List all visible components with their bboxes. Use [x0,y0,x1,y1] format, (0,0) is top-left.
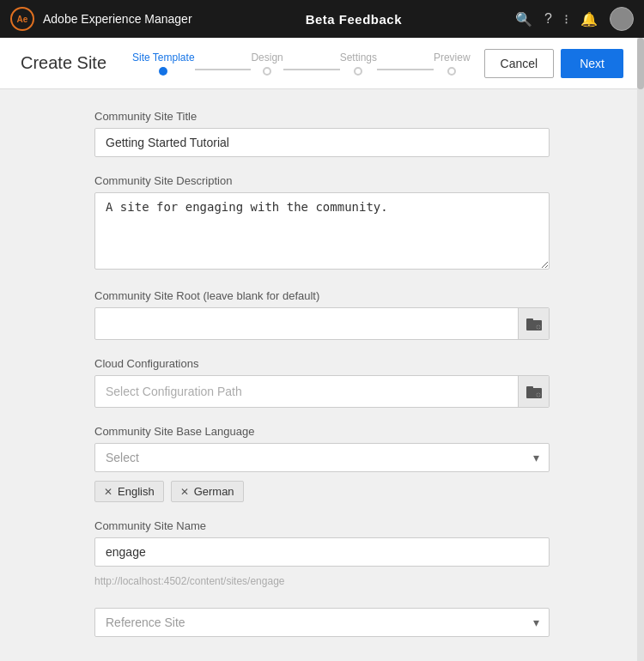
site-title-input[interactable] [94,128,550,157]
beta-feedback-link[interactable]: Beta Feedback [306,12,402,27]
step-site-template: Site Template [132,52,195,76]
site-title-label: Community Site Title [94,110,550,123]
base-language-select-wrapper: Select English German [94,443,550,472]
cloud-config-label: Cloud Configurations [94,357,550,370]
site-description-label: Community Site Description [94,174,550,187]
app-title: Adobe Experience Manager [43,12,192,26]
tag-english-label: English [118,485,155,498]
step-line-1 [195,69,252,70]
step-label-settings: Settings [340,52,377,64]
base-language-select[interactable]: Select English German [94,443,550,472]
next-button[interactable]: Next [561,49,623,78]
nav-right: 🔍 ? ⁝ 🔔 [515,7,634,31]
step-line-3 [377,69,434,70]
step-settings: Settings [340,52,377,76]
svg-rect-1 [526,318,533,322]
step-line-2 [283,69,340,70]
step-design: Design [251,52,283,76]
site-root-label: Community Site Root (leave blank for def… [94,289,550,302]
step-dot-preview [447,67,456,76]
main-form: Community Site Title Community Site Desc… [0,89,644,661]
cloud-config-browse-button[interactable] [518,376,549,407]
step-dot-design [263,67,271,76]
url-preview: http://localhost:4502/content/sites/enga… [94,572,550,591]
reference-site-select-wrapper: Reference Site [94,608,550,637]
site-root-group: Community Site Root (leave blank for def… [94,289,550,340]
site-root-input-container [94,307,550,340]
site-name-label: Community Site Name [94,519,550,532]
cloud-config-input-container [94,375,550,408]
aem-logo: Ae [10,7,34,31]
site-root-browse-button[interactable] [518,308,549,339]
step-label-design: Design [251,52,283,64]
scrollbar-track [637,38,644,661]
tag-german-remove[interactable]: ✕ [180,486,189,498]
nav-left: Ae Adobe Experience Manager [10,7,192,31]
cloud-config-input[interactable] [95,378,518,405]
avatar[interactable] [610,7,634,31]
scrollbar-thumb[interactable] [637,38,644,89]
step-dot-template [159,67,167,76]
tag-german-label: German [194,485,234,498]
site-name-group: Community Site Name http://localhost:450… [94,519,550,591]
bell-icon[interactable]: 🔔 [580,11,598,27]
reference-site-group: Reference Site [94,608,550,637]
step-label-preview: Preview [434,52,471,64]
wizard-bar: Create Site Site Template Design Setting… [0,38,644,89]
help-icon[interactable]: ? [544,11,552,27]
cancel-button[interactable]: Cancel [484,49,555,78]
site-name-input[interactable] [94,537,550,567]
tag-english-remove[interactable]: ✕ [104,486,112,498]
cloud-config-group: Cloud Configurations [94,357,550,408]
svg-rect-6 [526,386,533,390]
wizard-actions: Cancel Next [484,49,623,78]
base-language-label: Community Site Base Language [94,425,550,438]
step-dot-settings [354,67,362,76]
site-title-group: Community Site Title [94,110,550,157]
grid-icon[interactable]: ⁝ [564,11,568,27]
tag-english: ✕ English [94,481,164,502]
site-root-input[interactable] [95,310,518,337]
reference-site-select[interactable]: Reference Site [94,608,550,637]
wizard-steps: Site Template Design Settings Preview [132,52,471,76]
step-label-template: Site Template [132,52,195,64]
language-tags: ✕ English ✕ German [94,481,550,502]
site-description-textarea[interactable]: A site for engaging with the community. [94,192,550,270]
page-title: Create Site [21,53,106,73]
tag-german: ✕ German [171,481,244,502]
step-preview: Preview [434,52,471,76]
base-language-group: Community Site Base Language Select Engl… [94,425,550,502]
search-icon[interactable]: 🔍 [515,11,532,27]
top-navigation: Ae Adobe Experience Manager Beta Feedbac… [0,0,644,38]
site-description-group: Community Site Description A site for en… [94,174,550,272]
